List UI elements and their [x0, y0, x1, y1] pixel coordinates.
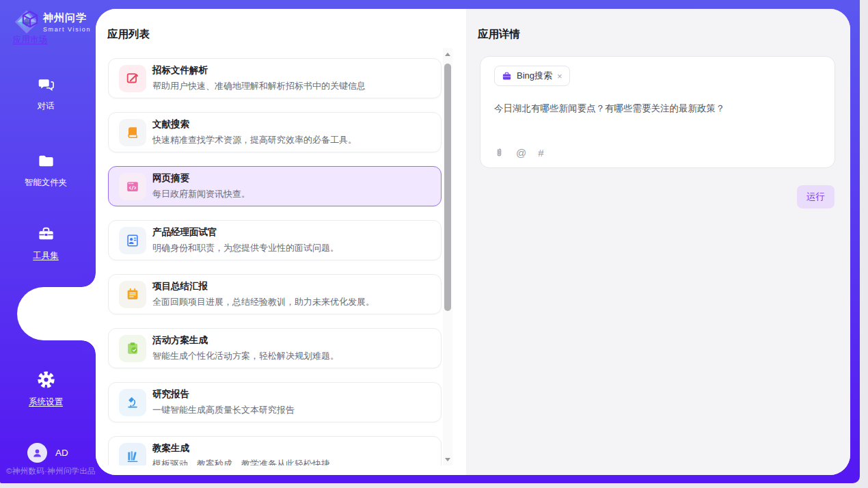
sidebar-item-toolset[interactable]: 工具集 — [0, 225, 92, 262]
app-desc: 智能生成个性化活动方案，轻松解决规划难题。 — [152, 350, 339, 362]
person-icon — [31, 447, 43, 459]
browser-code-icon — [119, 173, 146, 200]
chat-icon — [37, 75, 55, 94]
scrollbar-thumb[interactable] — [444, 64, 451, 311]
sidebar-item-label: 对话 — [0, 100, 92, 112]
blob-fillet-top — [82, 273, 96, 287]
sidebar-item-settings[interactable]: 系统设置 — [0, 370, 92, 408]
app-desc: 每日政府新闻资讯快查。 — [152, 188, 250, 200]
sidebar-item-chat[interactable]: 对话 — [0, 75, 92, 112]
app-card-research-report[interactable]: 研究报告 一键智能生成高质量长文本研究报告 — [108, 382, 442, 422]
query-text[interactable]: 今日湖北有哪些新闻要点？有哪些需要关注的最新政策？ — [494, 102, 822, 116]
input-toolbar: @ # — [494, 147, 544, 158]
interviewer-icon — [119, 227, 146, 254]
app-desc: 一键智能生成高质量长文本研究报告 — [152, 404, 295, 416]
sidebar: 神州问学 Smart Vision 对话 智能文件夹 — [0, 0, 96, 483]
document-edit-icon — [119, 65, 146, 92]
sidebar-item-label: 工具集 — [0, 250, 92, 262]
blob-fillet-bottom — [82, 340, 96, 354]
clipboard-check-icon — [119, 335, 146, 362]
microscope-icon — [119, 389, 146, 416]
app-card-pm-interviewer[interactable]: 产品经理面试官 明确身份和职责，为您提供专业性的面试问题。 — [108, 220, 442, 260]
sidebar-item-app-market[interactable]: 应用市场 — [0, 9, 60, 46]
sidebar-item-label: 智能文件夹 — [0, 177, 92, 189]
app-card-list: 招标文件解析 帮助用户快速、准确地理解和解析招标书中的关键信息 文献搜索 快速精… — [108, 58, 442, 465]
book-icon — [119, 119, 146, 146]
sidebar-item-label: 应用市场 — [0, 34, 60, 46]
books-icon — [119, 443, 146, 466]
app-desc: 快速精准查找学术资源，提高研究效率的必备工具。 — [152, 134, 357, 146]
briefcase-icon — [502, 71, 512, 81]
app-desc: 全面回顾项目进展，总结经验教训，助力未来优化发展。 — [152, 296, 375, 308]
list-scrollbar[interactable] — [443, 48, 452, 465]
tool-chip-bing-search[interactable]: Bing搜索 × — [494, 66, 570, 86]
sidebar-item-smart-folder[interactable]: 智能文件夹 — [0, 152, 92, 189]
app-desc: 明确身份和职责，为您提供专业性的面试问题。 — [152, 242, 339, 254]
run-button[interactable]: 运行 — [797, 185, 835, 208]
gear-icon — [36, 370, 56, 390]
app-card-event-plan[interactable]: 活动方案生成 智能生成个性化活动方案，轻松解决规划难题。 — [108, 328, 442, 368]
sidebar-item-label: 系统设置 — [0, 396, 92, 408]
app-detail-title: 应用详情 — [478, 27, 520, 42]
app-canvas: 神州问学 Smart Vision 对话 智能文件夹 — [0, 0, 860, 483]
app-name: 项目总结汇报 — [152, 280, 375, 293]
triangle-down-icon — [445, 458, 450, 461]
triangle-up-icon — [445, 53, 450, 56]
app-name: 招标文件解析 — [152, 64, 366, 77]
close-icon[interactable]: × — [557, 72, 562, 81]
app-name: 研究报告 — [152, 388, 295, 401]
user-initials: AD — [55, 448, 68, 458]
app-name: 网页摘要 — [152, 172, 250, 185]
folder-icon — [37, 152, 55, 170]
app-detail-panel: 应用详情 Bing搜索 × 今日湖北有哪些新闻要点？有哪些需要关注的最新政策？ — [466, 9, 850, 475]
app-card-bid-parse[interactable]: 招标文件解析 帮助用户快速、准确地理解和解析招标书中的关键信息 — [108, 58, 442, 98]
sidebar-active-highlight — [17, 287, 96, 340]
app-list-title: 应用列表 — [107, 27, 150, 42]
app-desc: 帮助用户快速、准确地理解和解析招标书中的关键信息 — [152, 80, 366, 92]
cube-icon — [20, 9, 40, 29]
mention-icon[interactable]: @ — [516, 148, 526, 158]
hash-icon[interactable]: # — [538, 148, 543, 158]
main-window: 应用列表 招标文件解析 帮助用户快速、准确地理解和解析招标书中的关键信息 — [96, 9, 850, 475]
scroll-down-button[interactable] — [443, 455, 452, 464]
avatar — [27, 443, 47, 463]
app-name: 产品经理面试官 — [152, 226, 339, 239]
paperclip-icon[interactable] — [494, 147, 504, 158]
toolbox-icon — [37, 225, 55, 243]
app-name: 教案生成 — [152, 442, 330, 455]
app-card-web-summary[interactable]: 网页摘要 每日政府新闻资讯快查。 — [108, 166, 442, 206]
app-name: 活动方案生成 — [152, 334, 339, 347]
app-name: 文献搜索 — [152, 118, 357, 131]
chip-label: Bing搜索 — [517, 70, 552, 82]
app-card-literature-search[interactable]: 文献搜索 快速精准查找学术资源，提高研究效率的必备工具。 — [108, 112, 442, 152]
app-desc: 模板驱动，教案秒成，教学准备从此轻松快捷 — [152, 458, 330, 465]
user-account[interactable]: AD — [27, 443, 68, 463]
app-card-project-summary[interactable]: 项目总结汇报 全面回顾项目进展，总结经验教训，助力未来优化发展。 — [108, 274, 442, 314]
app-card-lesson-plan[interactable]: 教案生成 模板驱动，教案秒成，教学准备从此轻松快捷 — [108, 436, 442, 465]
copyright-footer: ©神州数码·神州问学出品 — [6, 466, 96, 476]
query-input-card[interactable]: Bing搜索 × 今日湖北有哪些新闻要点？有哪些需要关注的最新政策？ @ # — [480, 56, 835, 168]
report-icon — [119, 281, 146, 308]
scroll-up-button[interactable] — [443, 49, 452, 59]
app-list-panel: 应用列表 招标文件解析 帮助用户快速、准确地理解和解析招标书中的关键信息 — [96, 9, 466, 475]
